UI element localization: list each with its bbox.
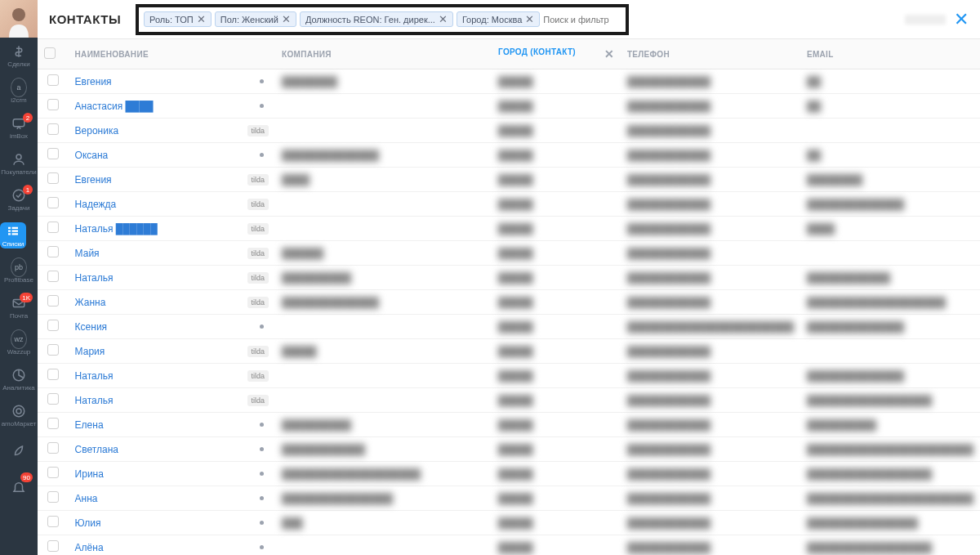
badge: 1 bbox=[23, 185, 33, 195]
filter-chip[interactable]: Город: Москва✕ bbox=[457, 11, 540, 27]
select-all-header[interactable] bbox=[38, 39, 69, 69]
contact-name-link[interactable]: Наталья bbox=[75, 370, 114, 382]
contact-name-link[interactable]: Ирина bbox=[75, 468, 104, 480]
circle-a-icon: a bbox=[11, 79, 27, 96]
filter-search-box[interactable]: Роль: ТОП✕Пол: Женский✕Должность REON: Г… bbox=[136, 4, 629, 35]
user-avatar[interactable] bbox=[0, 0, 38, 38]
column-email[interactable]: EMAIL bbox=[800, 39, 980, 69]
sidebar-item-Списки[interactable]: Списки bbox=[0, 222, 26, 248]
row-checkbox[interactable] bbox=[47, 74, 59, 86]
email-cell: ██████████████████ bbox=[807, 395, 932, 406]
row-checkbox[interactable] bbox=[47, 491, 59, 503]
contact-name-link[interactable]: Евгения bbox=[75, 76, 112, 87]
row-checkbox[interactable] bbox=[47, 344, 59, 356]
contact-name-link[interactable]: Наталья bbox=[75, 395, 114, 406]
column-company[interactable]: КОМПАНИЯ bbox=[275, 39, 492, 69]
row-checkbox[interactable] bbox=[47, 99, 59, 110]
row-checkbox[interactable] bbox=[47, 295, 59, 307]
sidebar-item-label: Сделки bbox=[7, 61, 29, 68]
status-dot-icon bbox=[260, 521, 264, 525]
close-icon[interactable]: ✕ bbox=[954, 9, 969, 30]
sidebar-item-Сделки[interactable]: Сделки bbox=[0, 38, 38, 74]
company-cell: ████████████ bbox=[282, 444, 365, 455]
column-phone[interactable]: ТЕЛЕФОН bbox=[621, 39, 800, 69]
city-cell: █████ bbox=[498, 125, 533, 137]
sidebar-item-Задачи[interactable]: Задачи1 bbox=[0, 181, 38, 217]
svg-point-0 bbox=[12, 8, 25, 21]
contact-name-link[interactable]: Оксана bbox=[75, 150, 109, 161]
contact-name-link[interactable]: Елена bbox=[75, 419, 104, 431]
contact-name-link[interactable]: Вероника bbox=[75, 125, 119, 137]
row-checkbox[interactable] bbox=[47, 197, 59, 208]
sidebar-item-Аналитика[interactable]: Аналитика bbox=[0, 361, 38, 397]
phone-cell: ████████████ bbox=[627, 493, 710, 504]
city-cell: █████ bbox=[498, 468, 533, 480]
row-checkbox[interactable] bbox=[47, 369, 59, 380]
filter-chip[interactable]: Роль: ТОП✕ bbox=[144, 11, 212, 27]
row-checkbox[interactable] bbox=[47, 516, 59, 527]
chip-remove-icon[interactable]: ✕ bbox=[525, 14, 534, 25]
row-checkbox[interactable] bbox=[47, 271, 59, 282]
row-checkbox[interactable] bbox=[47, 148, 59, 159]
row-checkbox[interactable] bbox=[47, 393, 59, 405]
sidebar-item-imBox[interactable]: imBox2 bbox=[0, 110, 38, 145]
company-cell: ████████ bbox=[282, 76, 337, 87]
contact-name-link[interactable]: Анна bbox=[75, 493, 98, 504]
column-city[interactable]: ГОРОД (КОНТАКТ)✕ bbox=[492, 39, 621, 69]
email-cell: ████████████████████████ bbox=[807, 493, 973, 504]
contact-name-link[interactable]: Жанна bbox=[75, 297, 106, 308]
filter-chip[interactable]: Пол: Женский✕ bbox=[215, 11, 296, 27]
contact-name-link[interactable]: Наталья bbox=[75, 272, 114, 284]
sidebar-item-Wazzup[interactable]: wzWazzup bbox=[0, 325, 38, 361]
row-checkbox[interactable] bbox=[47, 320, 59, 331]
row-checkbox[interactable] bbox=[47, 172, 59, 184]
table-row: Жаннаtilda██████████████████████████████… bbox=[38, 290, 980, 315]
source-tag: tilda bbox=[247, 125, 270, 137]
row-checkbox[interactable] bbox=[47, 442, 59, 454]
filter-chip[interactable]: Должность REON: Ген. дирек...✕ bbox=[300, 11, 453, 27]
city-cell: █████ bbox=[498, 297, 533, 308]
contact-name-link[interactable]: Майя bbox=[75, 248, 100, 259]
source-tag: tilda bbox=[247, 199, 270, 210]
chip-remove-icon[interactable]: ✕ bbox=[439, 14, 448, 25]
sidebar-item-label: Profitbase bbox=[4, 277, 33, 284]
row-checkbox[interactable] bbox=[47, 467, 59, 478]
phone-cell: ████████████ bbox=[627, 395, 710, 406]
chip-remove-icon[interactable]: ✕ bbox=[282, 14, 291, 25]
email-cell: ████████ bbox=[807, 174, 862, 186]
sidebar-item-amoМаркет[interactable]: amoМаркет bbox=[0, 397, 38, 433]
sidebar-item-leaf[interactable] bbox=[0, 433, 38, 469]
sidebar-item-Покупатели[interactable]: Покупатели bbox=[0, 145, 38, 181]
contact-name-link[interactable]: Евгения bbox=[75, 174, 112, 186]
column-remove-icon[interactable]: ✕ bbox=[604, 47, 614, 60]
sidebar-item-i2crm[interactable]: ai2crm bbox=[0, 74, 38, 110]
column-name[interactable]: НАИМЕНОВАНИЕ bbox=[69, 39, 275, 69]
contact-name-link[interactable]: Мария bbox=[75, 346, 105, 357]
sidebar-item-Profitbase[interactable]: pbProfitbase bbox=[0, 253, 38, 289]
contacts-table: НАИМЕНОВАНИЕ КОМПАНИЯ ГОРОД (КОНТАКТ)✕ Т… bbox=[38, 39, 980, 555]
email-cell: ██████████ bbox=[807, 419, 876, 431]
row-checkbox[interactable] bbox=[47, 222, 59, 233]
sidebar-item-bell[interactable]: 90 bbox=[0, 469, 38, 505]
contact-name-link[interactable]: Ксения bbox=[75, 321, 108, 333]
contact-name-link[interactable]: Анастасия ████ bbox=[75, 101, 154, 112]
city-cell: █████ bbox=[498, 419, 533, 431]
table-row: Ксения██████████████████████████████████… bbox=[38, 315, 980, 339]
contacts-table-wrap[interactable]: НАИМЕНОВАНИЕ КОМПАНИЯ ГОРОД (КОНТАКТ)✕ Т… bbox=[38, 39, 980, 555]
row-checkbox[interactable] bbox=[47, 540, 59, 552]
row-checkbox[interactable] bbox=[47, 246, 59, 257]
email-cell: ████ bbox=[807, 223, 835, 235]
contact-name-link[interactable]: Алёна bbox=[75, 542, 104, 553]
contact-name-link[interactable]: Светлана bbox=[75, 444, 118, 455]
row-checkbox[interactable] bbox=[47, 418, 59, 429]
contact-name-link[interactable]: Наталья ██████ bbox=[75, 223, 158, 235]
city-cell: █████ bbox=[498, 248, 533, 259]
badge: 2 bbox=[23, 113, 33, 123]
contact-name-link[interactable]: Юлия bbox=[75, 517, 101, 529]
search-input[interactable] bbox=[543, 15, 621, 25]
city-cell: █████ bbox=[498, 321, 533, 333]
contact-name-link[interactable]: Надежда bbox=[75, 199, 117, 210]
row-checkbox[interactable] bbox=[47, 123, 59, 135]
chip-remove-icon[interactable]: ✕ bbox=[197, 14, 206, 25]
sidebar-item-Почта[interactable]: Почта1K bbox=[0, 289, 38, 325]
